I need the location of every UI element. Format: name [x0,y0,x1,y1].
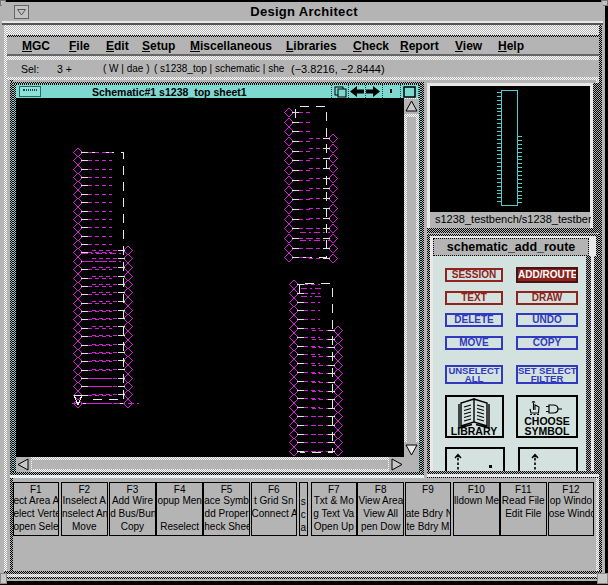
svg-text:SYMBOL: SYMBOL [525,425,571,437]
svg-text:LIBRARY: LIBRARY [451,425,497,437]
